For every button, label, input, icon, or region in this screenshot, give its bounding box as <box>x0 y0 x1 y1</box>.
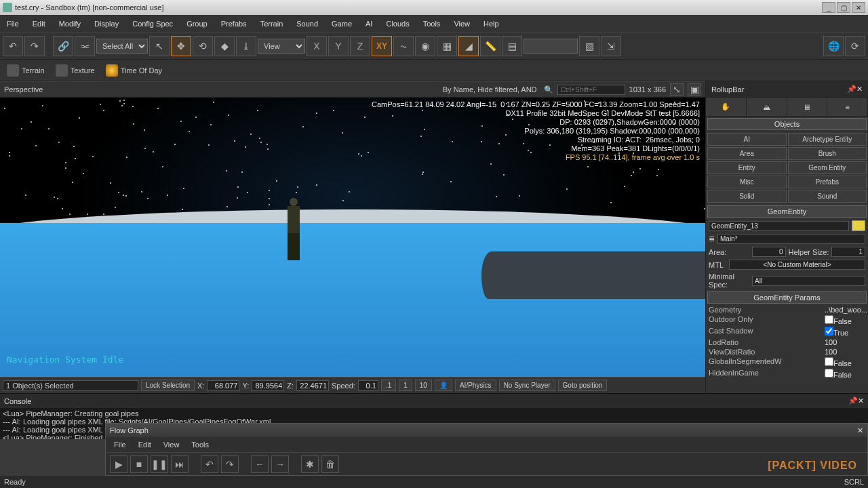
y-coord-input[interactable] <box>252 380 284 391</box>
fg-menu-tools[interactable]: Tools <box>186 441 214 449</box>
speed-1[interactable]: 1 <box>399 380 412 391</box>
speed-10[interactable]: 10 <box>415 380 432 391</box>
lock-selection-button[interactable]: Lock Selection <box>141 380 195 391</box>
pause-button[interactable]: ❚❚ <box>151 455 168 473</box>
param-row[interactable]: Geometry..\bed_woo... <box>706 305 868 314</box>
undo-button[interactable]: ↶ <box>3 36 23 56</box>
nosync-button[interactable]: No Sync Player <box>499 380 555 391</box>
entity-color-swatch[interactable] <box>852 220 865 231</box>
ratio-lock-button[interactable]: ⤡ <box>670 83 684 96</box>
menu-tools[interactable]: Tools <box>416 20 448 28</box>
close-button[interactable]: ✕ <box>852 2 865 13</box>
tab-terrain[interactable]: ⛰ <box>747 98 787 116</box>
layer-input[interactable] <box>524 39 578 54</box>
y-axis-button[interactable]: Y <box>328 36 349 56</box>
menu-help[interactable]: Help <box>477 20 506 28</box>
scale-tool[interactable]: ◆ <box>214 36 235 56</box>
forward-button[interactable]: → <box>271 455 289 473</box>
select-tool[interactable]: ↖ <box>149 36 170 56</box>
undo-fg-button[interactable]: ↶ <box>201 455 218 473</box>
angle-snap-button[interactable]: ◢ <box>458 36 479 56</box>
pin-icon[interactable]: 📌 <box>847 85 856 94</box>
area-input[interactable] <box>752 247 786 257</box>
menu-terrain[interactable]: Terrain <box>254 20 290 28</box>
player-button[interactable]: 👤 <box>435 380 452 391</box>
refresh-button[interactable]: ⟳ <box>845 36 865 56</box>
object-brush[interactable]: Brush <box>788 147 867 160</box>
delete-button[interactable]: 🗑 <box>321 455 339 473</box>
menu-sound[interactable]: Sound <box>290 20 325 28</box>
layers-icon[interactable]: ≣ <box>709 235 715 243</box>
menu-configspec[interactable]: Config Spec <box>125 20 180 28</box>
param-row[interactable]: Outdoor OnlyFalse <box>706 314 868 326</box>
tab-layers[interactable]: ≡ <box>827 98 868 116</box>
flowgraph-window[interactable]: Flow Graph ✕ FileEditViewTools ▶ ■ ❚❚ ⏭ … <box>105 423 868 476</box>
material-select[interactable]: <No Custom Material> <box>729 260 865 270</box>
menu-modify[interactable]: Modify <box>52 20 87 28</box>
object-ai[interactable]: AI <box>707 133 787 146</box>
play-button[interactable]: ▶ <box>110 455 127 473</box>
menu-prefabs[interactable]: Prefabs <box>214 20 254 28</box>
back-button[interactable]: ← <box>251 455 269 473</box>
tab-display[interactable]: 🖥 <box>787 98 828 116</box>
ruler-button[interactable]: 📏 <box>480 36 500 56</box>
menu-edit[interactable]: Edit <box>26 20 52 28</box>
globe-button[interactable]: 🌐 <box>823 36 844 56</box>
flowgraph-close-icon[interactable]: ✕ <box>857 426 863 435</box>
param-row[interactable]: LodRatio100 <box>706 338 868 347</box>
redo-button[interactable]: ↷ <box>24 36 45 56</box>
fg-menu-file[interactable]: File <box>108 441 132 449</box>
move-tool[interactable]: ✥ <box>171 36 191 56</box>
stop-button[interactable]: ■ <box>130 455 148 473</box>
object-entity[interactable]: Entity <box>707 161 787 174</box>
menu-group[interactable]: Group <box>180 20 214 28</box>
helper-size-input[interactable] <box>831 247 865 257</box>
viewport-max-button[interactable]: ▣ <box>688 83 701 96</box>
coord-space-select[interactable]: View <box>258 39 305 54</box>
aiphysics-button[interactable]: AI/Physics <box>455 380 496 391</box>
grid-button[interactable]: ▦ <box>437 36 457 56</box>
layer-name[interactable]: Main* <box>717 234 865 244</box>
debug-button[interactable]: ✱ <box>301 455 319 473</box>
param-row[interactable]: HiddenInGameFalse <box>706 368 868 380</box>
speed-input[interactable] <box>358 380 378 391</box>
select-terrain-tool[interactable]: ⤓ <box>236 36 256 56</box>
viewport-label[interactable]: Perspective <box>4 85 43 94</box>
search-input[interactable] <box>557 85 625 95</box>
rotate-tool[interactable]: ⟲ <box>193 36 213 56</box>
menu-ai[interactable]: AI <box>359 20 379 28</box>
xy-plane-button[interactable]: XY <box>372 36 392 56</box>
perspective-viewport[interactable]: CamPos=61.21 84.09 24.02 Angl=-15 0 167 … <box>0 98 705 377</box>
menu-display[interactable]: Display <box>87 20 125 28</box>
freeze-button[interactable]: ▧ <box>579 36 599 56</box>
x-coord-input[interactable] <box>207 380 239 391</box>
terrain-follow-button[interactable]: ⏦ <box>393 36 414 56</box>
texture-editor-button[interactable]: Texture <box>52 63 99 78</box>
menu-clouds[interactable]: Clouds <box>379 20 416 28</box>
unlink-button[interactable]: ⫘ <box>75 36 95 56</box>
z-axis-button[interactable]: Z <box>350 36 370 56</box>
selection-filter[interactable]: Select All <box>96 39 148 54</box>
object-geom-entity[interactable]: Geom Entity <box>788 161 867 174</box>
minimize-button[interactable]: _ <box>822 2 835 13</box>
console-pin-icon[interactable]: 📌 <box>848 396 858 405</box>
param-row[interactable]: Cast ShadowTrue <box>706 326 868 338</box>
entity-name-input[interactable] <box>709 221 849 231</box>
redo-fg-button[interactable]: ↷ <box>221 455 239 473</box>
link-button[interactable]: 🔗 <box>53 36 73 56</box>
fg-menu-view[interactable]: View <box>158 441 185 449</box>
object-solid[interactable]: Solid <box>707 190 787 203</box>
snap-button[interactable]: ◉ <box>415 36 435 56</box>
object-sound[interactable]: Sound <box>788 190 867 203</box>
menu-view[interactable]: View <box>447 20 477 28</box>
fg-menu-edit[interactable]: Edit <box>133 441 157 449</box>
param-row[interactable]: GlobalInSegmentedWFalse <box>706 357 868 368</box>
tab-create[interactable]: ✋ <box>706 98 747 116</box>
x-axis-button[interactable]: X <box>307 36 327 56</box>
object-archetype-entity[interactable]: Archetype Entity <box>788 133 867 146</box>
console-close-icon[interactable]: ✕ <box>858 396 864 405</box>
object-area[interactable]: Area <box>707 147 787 160</box>
speed-01[interactable]: .1 <box>381 380 396 391</box>
search-icon[interactable]: 🔍 <box>544 85 553 94</box>
close-panel-icon[interactable]: ✕ <box>856 85 863 94</box>
